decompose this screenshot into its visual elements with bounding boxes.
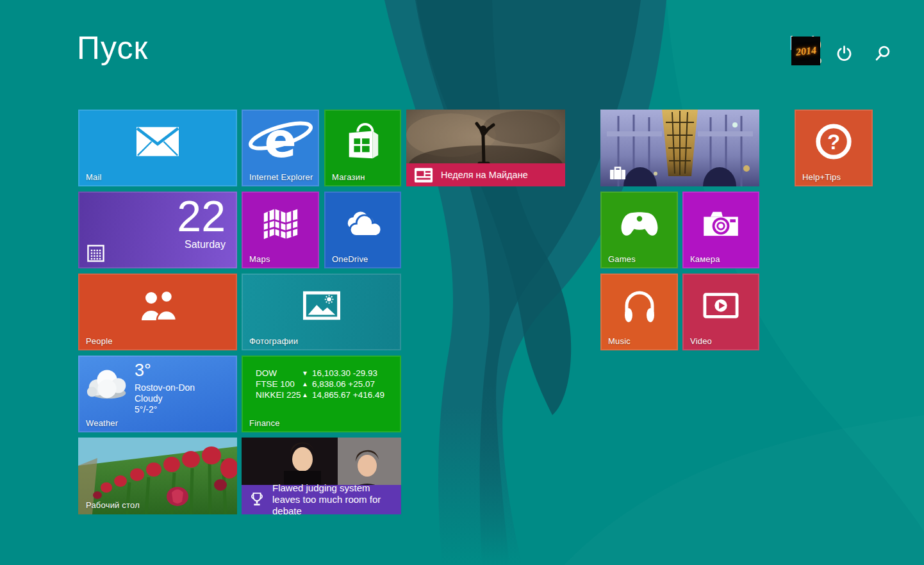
cloud-icon (341, 209, 384, 238)
tile-photos[interactable]: Фотографии (242, 274, 401, 350)
news-banner: Неделя на Майдане (406, 163, 565, 186)
tile-onedrive[interactable]: OneDrive (324, 192, 401, 268)
start-screen: Пуск bob lop 2014 Mail e Internet Exp (0, 0, 924, 565)
tile-label: OneDrive (332, 254, 368, 264)
tile-label: Рабочий стол (86, 500, 140, 510)
tile-label: Weather (86, 418, 118, 428)
tile-games[interactable]: Games (600, 192, 678, 268)
tile-label: Камера (690, 254, 720, 264)
up-arrow-icon: ▲ (302, 389, 312, 400)
tile-label: Music (608, 336, 631, 346)
tile-label: Фотографии (249, 336, 298, 346)
suitcase-icon (609, 166, 626, 180)
tile-camera[interactable]: Камера (682, 192, 759, 268)
svg-text:?: ? (827, 130, 840, 154)
cloud-photo-icon (83, 364, 133, 400)
tile-maps[interactable]: Maps (242, 192, 319, 268)
power-icon (836, 45, 853, 62)
finance-row: FTSE 100 ▲ 6,838.06 +25.07 (256, 379, 384, 389)
avatar-text: 2014 (795, 44, 817, 58)
tile-weather[interactable]: 3° Rostov-on-Don Cloudy 5°/-2° Weather (78, 356, 237, 432)
picture-icon (303, 291, 340, 320)
trophy-icon (249, 491, 265, 508)
tile-mail[interactable]: Mail (78, 110, 237, 186)
tile-label: Maps (249, 254, 270, 264)
people-icon (136, 291, 179, 320)
finance-row: NIKKEI 225 ▲ 14,865.67 +416.49 (256, 389, 384, 400)
tile-calendar[interactable]: 22 Saturday (78, 192, 237, 268)
avatar[interactable]: 2014 (791, 37, 820, 65)
weather-details: Rostov-on-Don Cloudy 5°/-2° (135, 382, 195, 415)
tile-news[interactable]: Неделя на Майдане (406, 110, 565, 186)
gamepad-icon (620, 210, 659, 237)
tile-internet-explorer[interactable]: e Internet Explorer (242, 110, 319, 186)
tile-label: Mail (86, 172, 102, 182)
sports-banner: Flawed judging system leaves too much ro… (242, 485, 401, 514)
tile-help-tips[interactable]: ? Help+Tips (795, 110, 873, 186)
down-arrow-icon: ▼ (302, 368, 312, 379)
tile-label: Video (690, 336, 712, 346)
tile-desktop[interactable]: Рабочий стол (78, 438, 237, 514)
up-arrow-icon: ▲ (302, 379, 312, 389)
page-title: Пуск (77, 29, 148, 67)
calendar-icon (87, 245, 104, 262)
newspaper-icon (414, 167, 433, 183)
tile-finance[interactable]: DOW ▼ 16,103.30 -29.93 FTSE 100 ▲ 6,838.… (242, 356, 401, 432)
tile-label: Help+Tips (802, 172, 841, 182)
video-play-icon (703, 292, 739, 319)
tile-music[interactable]: Music (600, 274, 678, 350)
search-icon (874, 45, 891, 62)
weather-condition: Cloudy (135, 393, 195, 404)
weather-high-low: 5°/-2° (135, 404, 195, 415)
tile-people[interactable]: People (78, 274, 237, 350)
camera-icon (702, 209, 739, 238)
tile-label: People (86, 336, 113, 346)
weather-city: Rostov-on-Don (135, 382, 195, 393)
news-headline: Неделя на Майдане (441, 170, 557, 180)
tile-store[interactable]: Магазин (324, 110, 401, 186)
tile-label: Finance (249, 418, 280, 428)
shopping-bag-icon (343, 122, 383, 161)
power-button[interactable] (833, 42, 855, 64)
weather-temp: 3° (135, 361, 151, 381)
tile-travel[interactable] (600, 110, 759, 186)
sports-headline: Flawed judging system leaves too much ro… (272, 482, 393, 514)
headphones-icon (622, 288, 657, 323)
tile-label: Internet Explorer (249, 172, 313, 182)
tile-label: Games (608, 254, 636, 264)
tile-label: Магазин (332, 172, 365, 182)
finance-quotes: DOW ▼ 16,103.30 -29.93 FTSE 100 ▲ 6,838.… (256, 368, 384, 400)
tile-sports-news[interactable]: Flawed judging system leaves too much ro… (242, 438, 401, 514)
finance-row: DOW ▼ 16,103.30 -29.93 (256, 368, 384, 379)
tile-video[interactable]: Video (682, 274, 759, 350)
calendar-weekday: Saturday (185, 239, 226, 250)
folded-map-icon (261, 205, 300, 242)
ie-orbit-icon (246, 119, 315, 152)
search-button[interactable] (871, 42, 893, 64)
question-circle-icon: ? (814, 122, 854, 161)
calendar-day: 22 (177, 193, 226, 239)
envelope-icon (136, 127, 179, 156)
